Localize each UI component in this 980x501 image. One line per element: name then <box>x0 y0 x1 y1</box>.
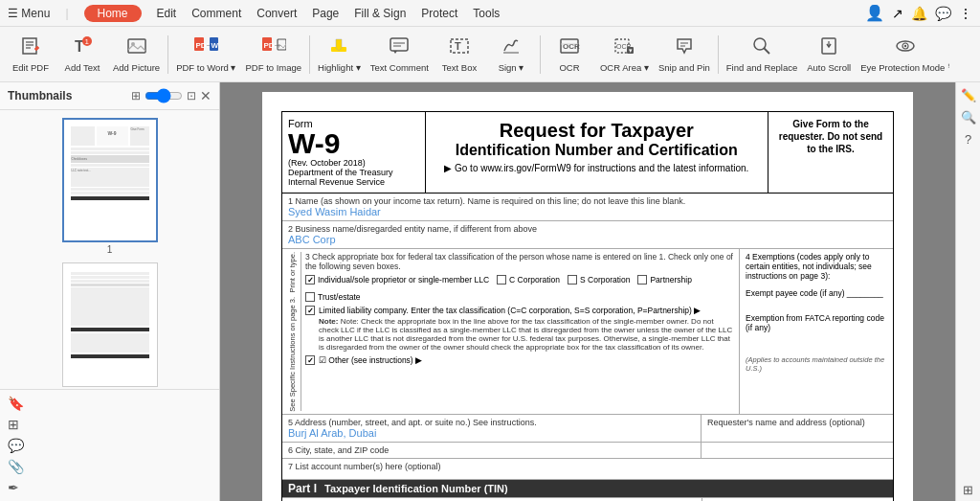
menu-item-convert[interactable]: Convert <box>256 7 297 20</box>
eye-protection-label: Eye Protection Mode ꜝ <box>860 63 950 73</box>
toolbar-separator-2 <box>309 35 310 74</box>
highlight-label: Highlight ▾ <box>318 63 361 73</box>
toolbar-separator-1 <box>167 35 168 74</box>
account-icon[interactable]: 👤 <box>865 4 884 22</box>
main-layout: Thumbnails ⊞ ⊡ ✕ W-9 Give Form <box>0 82 980 501</box>
right-edit-icon[interactable]: ✏️ <box>961 88 976 102</box>
right-help-icon[interactable]: ? <box>965 132 971 147</box>
snip-pin-button[interactable]: Snip and Pin <box>655 30 714 80</box>
svg-text:T: T <box>455 40 461 52</box>
checkbox-individual[interactable]: ✓ Individual/sole proprietor or single-m… <box>305 275 489 285</box>
toolbar: Edit PDF T1 Add Text Add Picture PDF→W P… <box>0 27 980 82</box>
sign-icon <box>501 35 522 61</box>
right-grid-icon[interactable]: ⊞ <box>963 483 973 497</box>
checkbox-trust-box <box>305 292 315 302</box>
checkbox-llc-box[interactable]: ✓ <box>305 306 315 315</box>
share-icon[interactable]: ↗ <box>892 6 903 21</box>
overflow-icon[interactable]: ⋮ <box>959 6 972 21</box>
menu-item-page[interactable]: Page <box>312 7 339 20</box>
right-search-icon[interactable]: 🔍 <box>961 110 976 125</box>
find-replace-button[interactable]: Find and Replace <box>723 30 801 80</box>
pdf-content-area[interactable]: Form W-9 (Rev. October 2018) Department … <box>220 82 955 501</box>
menu-item-edit[interactable]: Edit <box>157 7 177 20</box>
thumbnails-panel: Thumbnails ⊞ ⊡ ✕ W-9 Give Form <box>0 82 220 501</box>
checkbox-s-corp[interactable]: S Corporation <box>568 275 630 285</box>
menu-item-protect[interactable]: Protect <box>421 7 457 20</box>
w9-url: ▶ Go to www.irs.gov/FormW9 for instructi… <box>434 163 760 173</box>
svg-text:1: 1 <box>85 37 90 46</box>
llc-row: ✓ Limited liability company. Enter the t… <box>305 306 733 352</box>
checkbox-c-corp[interactable]: C Corporation <box>497 275 560 285</box>
form-row-5-requester: 5 Address (number, street, and apt. or s… <box>282 415 893 443</box>
pdf-page: Form W-9 (Rev. October 2018) Department … <box>262 92 913 501</box>
form-field-6-right <box>702 443 893 458</box>
llc-label: Limited liability company. Enter the tax… <box>319 306 733 315</box>
w9-main-title: Request for Taxpayer <box>434 120 760 142</box>
checkbox-other-box[interactable]: ✓ <box>305 355 315 365</box>
part-1-header: Part I Taxpayer Identification Number (T… <box>282 480 893 497</box>
eye-protection-button[interactable]: Eye Protection Mode ꜝ <box>857 30 954 80</box>
add-text-label: Add Text <box>65 63 100 73</box>
add-picture-button[interactable]: Add Picture <box>109 30 164 80</box>
left-panel-bookmark-icon[interactable]: 🔖 <box>8 396 212 411</box>
part-1-label: Part I <box>288 482 317 495</box>
form-field-3: Print or type. See Specific Instructions… <box>282 249 740 414</box>
form-field-2-value[interactable]: ABC Corp <box>288 234 887 245</box>
sign-button[interactable]: Sign ▾ <box>486 30 536 80</box>
form-field-6: 6 City, state, and ZIP code <box>282 443 702 458</box>
left-panel-comment-icon[interactable]: 💬 <box>8 438 212 453</box>
svg-point-41 <box>904 45 906 47</box>
field-4-label: 4 Exemptions (codes apply only to certai… <box>746 252 887 281</box>
menu-item-fill-sign[interactable]: Fill & Sign <box>354 7 406 20</box>
print-or-type-label: Print or type. <box>288 252 297 293</box>
field-5-value[interactable]: Burj Al Arab, Dubai <box>288 427 695 439</box>
part-1-title: Taxpayer Identification Number (TIN) <box>324 483 508 494</box>
form-field-7: 7 List account number(s) here (optional) <box>282 459 893 480</box>
left-panel-attach-icon[interactable]: 📎 <box>8 459 212 474</box>
chat-icon[interactable]: 💬 <box>935 6 951 21</box>
add-picture-icon <box>126 35 147 61</box>
checkbox-partnership-box <box>637 275 647 285</box>
menu-item-comment[interactable]: Comment <box>191 7 241 20</box>
highlight-button[interactable]: Highlight ▾ <box>314 30 365 80</box>
exempt-payee: Exempt payee code (if any) ________ <box>746 288 887 298</box>
ocr-button[interactable]: OCR OCR <box>545 30 594 80</box>
edit-pdf-button[interactable]: Edit PDF <box>6 30 56 80</box>
w9-form-body: 1 Name (as shown on your income tax retu… <box>281 194 894 501</box>
notification-icon[interactable]: 🔔 <box>911 6 927 21</box>
checkbox-partnership[interactable]: Partnership <box>637 275 691 285</box>
thumbnail-page-2[interactable]: 2 <box>8 262 212 389</box>
auto-scroll-button[interactable]: Auto Scroll <box>803 30 855 80</box>
form-row-6: 6 City, state, and ZIP code <box>282 443 893 459</box>
add-text-button[interactable]: T1 Add Text <box>57 30 107 80</box>
thumbnail-page-1[interactable]: W-9 Give Form Checkboxes LLC note text..… <box>8 118 212 255</box>
pdf-to-image-button[interactable]: PDF→ PDF to Image <box>242 30 306 80</box>
ocr-area-icon: OCR▾ <box>613 35 635 61</box>
pdf-to-word-button[interactable]: PDF→W PDF to Word ▾ <box>172 30 239 80</box>
thumbnails-close-icon[interactable]: ✕ <box>200 88 212 103</box>
pdf-to-image-icon: PDF→ <box>261 35 286 61</box>
ocr-area-button[interactable]: OCR▾ OCR Area ▾ <box>596 30 653 80</box>
svg-text:▾: ▾ <box>629 46 633 53</box>
text-box-button[interactable]: T Text Box <box>434 30 484 80</box>
text-comment-button[interactable]: Text Comment <box>367 30 433 80</box>
form-row-3-4: Print or type. See Specific Instructions… <box>282 249 893 415</box>
thumbnail-view-icon[interactable]: ⊞ <box>131 89 141 102</box>
checkbox-trust[interactable]: Trust/estate <box>305 292 361 302</box>
menu-item-home[interactable]: Home <box>84 5 142 22</box>
left-panel-layers-icon[interactable]: ⊞ <box>8 417 212 432</box>
left-panel-signature-icon[interactable]: ✒ <box>8 480 212 495</box>
text-box-label: Text Box <box>442 63 477 73</box>
w9-form-agency: Department of the Treasury Internal Reve… <box>288 168 419 187</box>
auto-scroll-icon <box>818 35 839 61</box>
menu-item-tools[interactable]: Tools <box>473 7 500 20</box>
ocr-icon: OCR <box>559 35 580 61</box>
form-field-1-value[interactable]: Syed Wasim Haidar <box>288 206 887 217</box>
find-replace-icon <box>751 35 772 61</box>
w9-form-title-block: Request for Taxpayer Identification Numb… <box>425 112 768 193</box>
snip-pin-label: Snip and Pin <box>658 63 710 73</box>
text-box-icon: T <box>449 35 470 61</box>
thumbnail-zoom-slider[interactable] <box>145 88 183 103</box>
menu-item-menu[interactable]: ☰ Menu <box>8 7 50 20</box>
thumbnail-expand-icon[interactable]: ⊡ <box>187 89 196 102</box>
